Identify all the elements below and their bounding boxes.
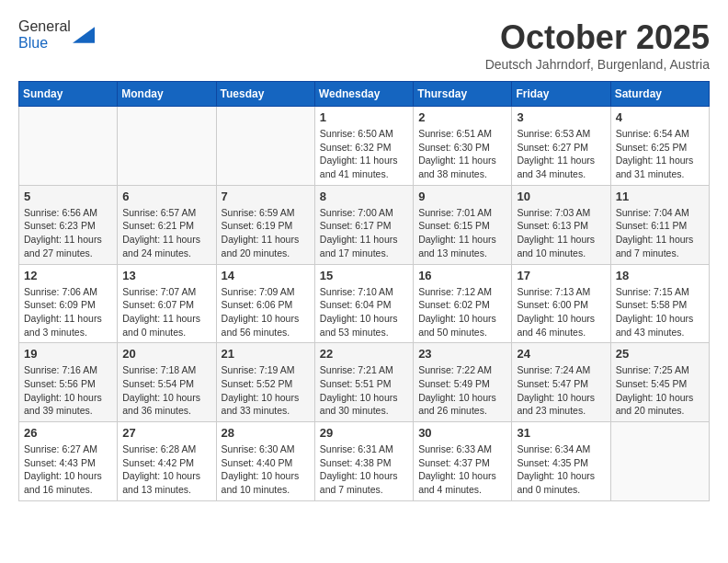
day-cell: 16Sunrise: 7:12 AMSunset: 6:02 PMDayligh… (414, 264, 512, 343)
day-cell: 7Sunrise: 6:59 AMSunset: 6:19 PMDaylight… (216, 185, 314, 264)
day-cell: 28Sunrise: 6:30 AMSunset: 4:40 PMDayligh… (216, 422, 314, 501)
logo: General Blue (18, 18, 95, 52)
day-info: Sunrise: 7:25 AMSunset: 5:45 PMDaylight:… (616, 363, 704, 418)
day-info: Sunrise: 7:10 AMSunset: 6:04 PMDaylight:… (320, 285, 408, 339)
day-info: Sunrise: 7:21 AMSunset: 5:51 PMDaylight:… (320, 363, 408, 418)
day-cell (610, 422, 709, 501)
day-number: 6 (122, 190, 210, 203)
day-number: 20 (122, 347, 210, 361)
day-cell: 25Sunrise: 7:25 AMSunset: 5:45 PMDayligh… (610, 343, 709, 422)
logo-general: General (18, 18, 71, 34)
day-cell: 30Sunrise: 6:33 AMSunset: 4:37 PMDayligh… (414, 422, 512, 501)
day-number: 17 (517, 269, 605, 282)
week-row-3: 12Sunrise: 7:06 AMSunset: 6:09 PMDayligh… (19, 264, 710, 343)
week-row-4: 19Sunrise: 7:16 AMSunset: 5:56 PMDayligh… (19, 343, 710, 422)
day-cell: 2Sunrise: 6:51 AMSunset: 6:30 PMDaylight… (414, 107, 512, 186)
logo-icon (73, 27, 95, 43)
day-cell: 22Sunrise: 7:21 AMSunset: 5:51 PMDayligh… (314, 343, 413, 422)
day-info: Sunrise: 6:28 AMSunset: 4:42 PMDaylight:… (122, 442, 210, 497)
day-info: Sunrise: 6:50 AMSunset: 6:32 PMDaylight:… (320, 127, 408, 181)
day-info: Sunrise: 6:30 AMSunset: 4:40 PMDaylight:… (222, 442, 310, 497)
day-cell: 3Sunrise: 6:53 AMSunset: 6:27 PMDaylight… (512, 107, 610, 186)
day-info: Sunrise: 6:34 AMSunset: 4:35 PMDaylight:… (517, 442, 605, 497)
calendar-body: 1Sunrise: 6:50 AMSunset: 6:32 PMDaylight… (19, 107, 710, 501)
day-number: 15 (320, 269, 408, 282)
title-block: October 2025 Deutsch Jahrndorf, Burgenla… (485, 18, 710, 72)
weekday-header-friday: Friday (512, 82, 610, 107)
day-cell: 15Sunrise: 7:10 AMSunset: 6:04 PMDayligh… (314, 264, 413, 343)
day-number: 5 (24, 190, 112, 203)
day-info: Sunrise: 7:24 AMSunset: 5:47 PMDaylight:… (517, 363, 605, 418)
weekday-header-thursday: Thursday (414, 82, 512, 107)
day-info: Sunrise: 6:57 AMSunset: 6:21 PMDaylight:… (122, 206, 210, 260)
day-number: 31 (517, 426, 605, 440)
day-number: 13 (122, 269, 210, 282)
svg-marker-0 (73, 27, 95, 43)
day-info: Sunrise: 7:19 AMSunset: 5:52 PMDaylight:… (222, 363, 310, 418)
weekday-header-wednesday: Wednesday (314, 82, 413, 107)
logo-text: General Blue (18, 18, 71, 52)
day-cell: 23Sunrise: 7:22 AMSunset: 5:49 PMDayligh… (414, 343, 512, 422)
weekday-header-saturday: Saturday (610, 82, 709, 107)
day-cell: 12Sunrise: 7:06 AMSunset: 6:09 PMDayligh… (19, 264, 118, 343)
day-cell: 13Sunrise: 7:07 AMSunset: 6:07 PMDayligh… (118, 264, 216, 343)
day-info: Sunrise: 7:09 AMSunset: 6:06 PMDaylight:… (222, 285, 310, 339)
day-cell: 21Sunrise: 7:19 AMSunset: 5:52 PMDayligh… (216, 343, 314, 422)
day-cell: 24Sunrise: 7:24 AMSunset: 5:47 PMDayligh… (512, 343, 610, 422)
day-cell: 14Sunrise: 7:09 AMSunset: 6:06 PMDayligh… (216, 264, 314, 343)
subtitle: Deutsch Jahrndorf, Burgenland, Austria (485, 57, 710, 72)
day-number: 4 (616, 110, 704, 124)
day-info: Sunrise: 6:27 AMSunset: 4:43 PMDaylight:… (24, 442, 112, 497)
day-number: 21 (222, 347, 310, 361)
day-number: 11 (616, 190, 704, 203)
day-info: Sunrise: 6:53 AMSunset: 6:27 PMDaylight:… (517, 127, 605, 181)
day-info: Sunrise: 7:04 AMSunset: 6:11 PMDaylight:… (616, 206, 704, 260)
day-cell: 9Sunrise: 7:01 AMSunset: 6:15 PMDaylight… (414, 185, 512, 264)
day-number: 22 (320, 347, 408, 361)
day-cell: 1Sunrise: 6:50 AMSunset: 6:32 PMDaylight… (314, 107, 413, 186)
day-number: 28 (222, 426, 310, 440)
day-cell: 17Sunrise: 7:13 AMSunset: 6:00 PMDayligh… (512, 264, 610, 343)
day-cell: 5Sunrise: 6:56 AMSunset: 6:23 PMDaylight… (19, 185, 118, 264)
day-info: Sunrise: 7:07 AMSunset: 6:07 PMDaylight:… (122, 285, 210, 339)
weekday-row: SundayMondayTuesdayWednesdayThursdayFrid… (19, 82, 710, 107)
day-cell: 6Sunrise: 6:57 AMSunset: 6:21 PMDaylight… (118, 185, 216, 264)
day-number: 30 (418, 426, 506, 440)
day-number: 24 (517, 347, 605, 361)
day-number: 26 (24, 426, 112, 440)
day-number: 7 (222, 190, 310, 203)
day-info: Sunrise: 7:18 AMSunset: 5:54 PMDaylight:… (122, 363, 210, 418)
day-number: 25 (616, 347, 704, 361)
day-info: Sunrise: 7:01 AMSunset: 6:15 PMDaylight:… (418, 206, 506, 260)
day-number: 10 (517, 190, 605, 203)
day-number: 3 (517, 110, 605, 124)
weekday-header-sunday: Sunday (19, 82, 118, 107)
day-cell: 26Sunrise: 6:27 AMSunset: 4:43 PMDayligh… (19, 422, 118, 501)
month-title: October 2025 (485, 18, 710, 57)
day-number: 23 (418, 347, 506, 361)
day-cell (118, 107, 216, 186)
week-row-2: 5Sunrise: 6:56 AMSunset: 6:23 PMDaylight… (19, 185, 710, 264)
day-number: 19 (24, 347, 112, 361)
day-cell: 19Sunrise: 7:16 AMSunset: 5:56 PMDayligh… (19, 343, 118, 422)
day-cell: 8Sunrise: 7:00 AMSunset: 6:17 PMDaylight… (314, 185, 413, 264)
day-cell: 27Sunrise: 6:28 AMSunset: 4:42 PMDayligh… (118, 422, 216, 501)
day-cell: 18Sunrise: 7:15 AMSunset: 5:58 PMDayligh… (610, 264, 709, 343)
week-row-5: 26Sunrise: 6:27 AMSunset: 4:43 PMDayligh… (19, 422, 710, 501)
day-number: 9 (418, 190, 506, 203)
day-number: 27 (122, 426, 210, 440)
day-number: 1 (320, 110, 408, 124)
day-number: 16 (418, 269, 506, 282)
day-number: 2 (418, 110, 506, 124)
calendar-table: SundayMondayTuesdayWednesdayThursdayFrid… (18, 81, 710, 501)
day-cell (216, 107, 314, 186)
day-number: 12 (24, 269, 112, 282)
day-info: Sunrise: 6:31 AMSunset: 4:38 PMDaylight:… (320, 442, 408, 497)
day-info: Sunrise: 7:13 AMSunset: 6:00 PMDaylight:… (517, 285, 605, 339)
day-info: Sunrise: 7:06 AMSunset: 6:09 PMDaylight:… (24, 285, 112, 339)
weekday-header-monday: Monday (118, 82, 216, 107)
logo-blue: Blue (18, 35, 48, 51)
day-info: Sunrise: 6:56 AMSunset: 6:23 PMDaylight:… (24, 206, 112, 260)
day-info: Sunrise: 6:51 AMSunset: 6:30 PMDaylight:… (418, 127, 506, 181)
page-header: General Blue October 2025 Deutsch Jahrnd… (18, 18, 710, 72)
